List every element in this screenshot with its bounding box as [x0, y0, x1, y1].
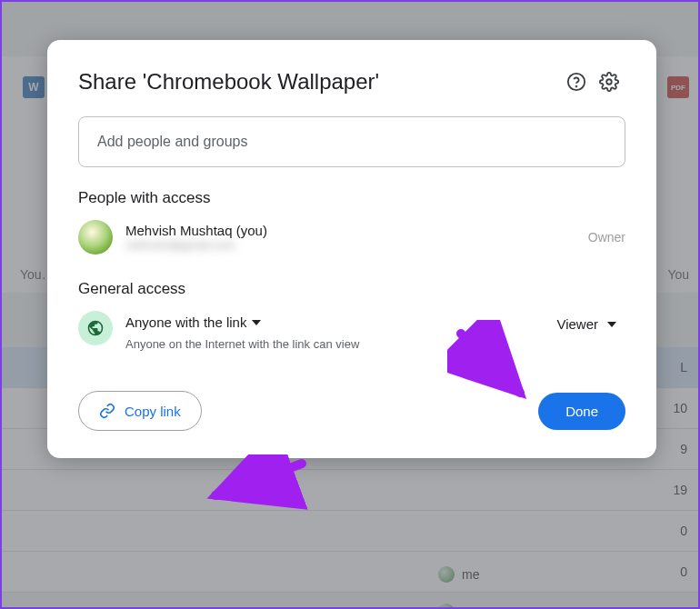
person-email: mehvish@gmail.com [125, 238, 575, 252]
people-section-title: People with access [78, 189, 625, 207]
copy-link-label: Copy link [125, 404, 181, 419]
svg-point-1 [576, 86, 577, 87]
copy-link-button[interactable]: Copy link [78, 391, 202, 431]
globe-icon [86, 319, 105, 337]
done-button[interactable]: Done [538, 393, 625, 430]
dialog-header: Share 'Chromebook Wallpaper' [78, 65, 625, 98]
globe-icon-container [78, 311, 113, 345]
chevron-down-icon [252, 320, 261, 325]
help-icon [566, 72, 586, 92]
dialog-footer: Copy link Done [78, 391, 625, 431]
person-row: Mehvish Mushtaq (you) mehvish@gmail.com … [78, 220, 625, 255]
share-dialog: Share 'Chromebook Wallpaper' People with… [47, 40, 656, 458]
role-dropdown[interactable]: Viewer [547, 311, 625, 337]
gear-icon [599, 72, 619, 92]
add-people-input[interactable] [78, 116, 625, 167]
general-access-title: General access [78, 280, 625, 298]
person-name: Mehvish Mushtaq (you) [125, 223, 575, 238]
svg-point-2 [606, 79, 612, 85]
general-access-row: Anyone with the link Anyone on the Inter… [78, 311, 625, 351]
link-icon [99, 403, 115, 419]
settings-button[interactable] [593, 65, 625, 98]
dialog-title: Share 'Chromebook Wallpaper' [78, 69, 560, 95]
owner-role-label: Owner [588, 230, 625, 245]
access-type-label: Anyone with the link [125, 314, 246, 330]
chevron-down-icon [607, 322, 616, 327]
avatar-icon [78, 220, 113, 255]
help-button[interactable] [560, 65, 593, 98]
access-description: Anyone on the Internet with the link can… [125, 337, 535, 351]
role-label: Viewer [556, 316, 598, 332]
access-type-dropdown[interactable]: Anyone with the link [125, 311, 535, 334]
